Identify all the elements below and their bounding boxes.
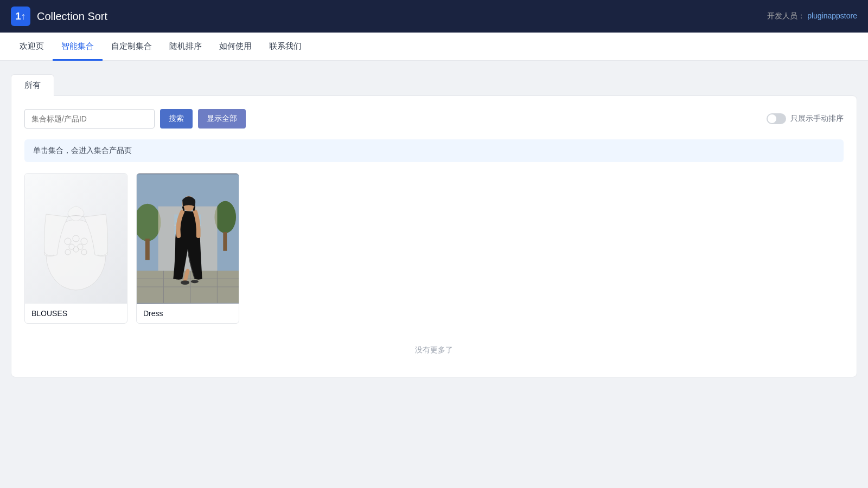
header-right: 开发人员： pluginappstore <box>767 11 857 21</box>
developer-name: pluginappstore <box>807 11 857 20</box>
nav-item-contact[interactable]: 联系我们 <box>260 33 310 61</box>
nav-item-random-sort[interactable]: 随机排序 <box>161 33 210 61</box>
svg-point-25 <box>181 280 189 285</box>
developer-label: 开发人员： <box>767 11 805 20</box>
header-left: 1↑ Collection Sort <box>11 7 107 26</box>
collection-image-dress <box>137 174 239 304</box>
search-row: 搜索 显示全部 只展示手动排序 <box>24 109 844 129</box>
collection-card-dress[interactable]: Dress <box>136 173 239 324</box>
svg-rect-18 <box>145 239 150 260</box>
collection-image-blouses <box>25 174 127 304</box>
toggle-label: 只展示手动排序 <box>790 114 844 124</box>
main-nav: 欢迎页 智能集合 自定制集合 随机排序 如何使用 联系我们 <box>0 33 868 61</box>
tab-all[interactable]: 所有 <box>11 74 54 96</box>
show-all-button[interactable]: 显示全部 <box>198 109 246 129</box>
info-banner: 单击集合，会进入集合产品页 <box>24 139 844 162</box>
header: 1↑ Collection Sort 开发人员： pluginappstore <box>0 0 868 33</box>
nav-item-smart-collection[interactable]: 智能集合 <box>53 33 103 61</box>
logo-icon: 1↑ <box>11 7 30 26</box>
svg-line-28 <box>194 207 195 211</box>
svg-line-27 <box>183 207 184 211</box>
search-input[interactable] <box>24 109 155 129</box>
search-button[interactable]: 搜索 <box>160 109 193 129</box>
logo-text: 1↑ <box>15 11 25 22</box>
nav-item-welcome[interactable]: 欢迎页 <box>11 33 53 61</box>
header-title: Collection Sort <box>37 10 107 23</box>
content-box: 搜索 显示全部 只展示手动排序 单击集合，会进入集合产品页 <box>11 95 857 377</box>
toggle-row: 只展示手动排序 <box>767 113 844 124</box>
main-content: 所有 搜索 显示全部 只展示手动排序 单击集合，会进入集合产品页 <box>0 61 868 390</box>
tab-row: 所有 <box>11 74 857 95</box>
svg-point-26 <box>191 280 199 283</box>
nav-item-custom-collection[interactable]: 自定制集合 <box>103 33 161 61</box>
nav-item-how-to-use[interactable]: 如何使用 <box>210 33 260 61</box>
collection-grid: BLOUSES <box>24 173 844 324</box>
svg-rect-19 <box>223 232 227 251</box>
svg-point-17 <box>214 201 236 233</box>
collection-card-blouses[interactable]: BLOUSES <box>24 173 127 324</box>
collection-label-blouses: BLOUSES <box>25 304 127 323</box>
no-more-text: 没有更多了 <box>24 337 844 364</box>
collection-label-dress: Dress <box>137 304 239 323</box>
manual-sort-toggle[interactable] <box>767 113 786 124</box>
